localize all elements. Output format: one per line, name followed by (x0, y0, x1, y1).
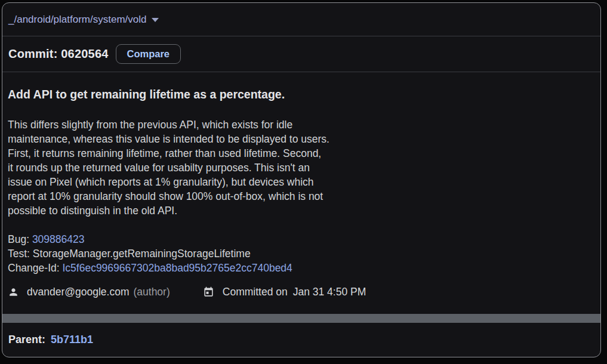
parent-commit-link[interactable]: 5b711b1 (51, 334, 93, 346)
committed-date: Jan 31 4:50 PM (293, 286, 366, 298)
commit-header: Commit: 0620564 Compare (2, 36, 600, 72)
commit-meta-row: dvander@google.com (author) Committed on… (8, 286, 594, 298)
author-email: dvander@google.com (27, 286, 129, 298)
trailer-test: Test: StorageManager.getRemainingStorage… (8, 246, 594, 261)
compare-button[interactable]: Compare (116, 44, 181, 64)
commit-trailers: Bug: 309886423 Test: StorageManager.getR… (8, 232, 594, 275)
parent-label: Parent: (8, 334, 45, 346)
chevron-down-icon (152, 18, 159, 22)
parent-row: Parent: 5b711b1 (2, 323, 600, 357)
repo-path: _/android/platform/system/vold (8, 14, 147, 26)
test-label: Test: (8, 248, 30, 260)
changeid-link[interactable]: Ic5f6ec9969667302ba8bad95b2765e2cc740bed… (62, 262, 292, 274)
trailer-bug: Bug: 309886423 (8, 232, 594, 246)
commit-message: Add API to get remaining lifetime as a p… (2, 72, 600, 314)
commit-body: This differs slightly from the previous … (8, 118, 594, 218)
commit-sha-heading: Commit: 0620564 (8, 47, 109, 61)
commit-detail-card: _/android/platform/system/vold Commit: 0… (2, 2, 601, 357)
changeid-label: Change-Id: (8, 262, 60, 274)
author-role: (author) (133, 286, 170, 298)
bug-link[interactable]: 309886423 (32, 233, 85, 245)
committed-label: Committed on (223, 286, 288, 298)
commit-subject: Add API to get remaining lifetime as a p… (8, 88, 594, 101)
repo-bar: _/android/platform/system/vold (2, 3, 600, 36)
trailer-changeid: Change-Id: Ic5f6ec9969667302ba8bad95b276… (8, 261, 594, 275)
person-icon (8, 286, 19, 298)
horizontal-scrollbar[interactable] (2, 314, 600, 323)
test-value: StorageManager.getRemainingStorageLifeti… (33, 248, 251, 260)
bug-label: Bug: (8, 233, 29, 245)
calendar-icon (203, 286, 214, 298)
repo-switcher-dropdown[interactable]: _/android/platform/system/vold (8, 14, 159, 26)
